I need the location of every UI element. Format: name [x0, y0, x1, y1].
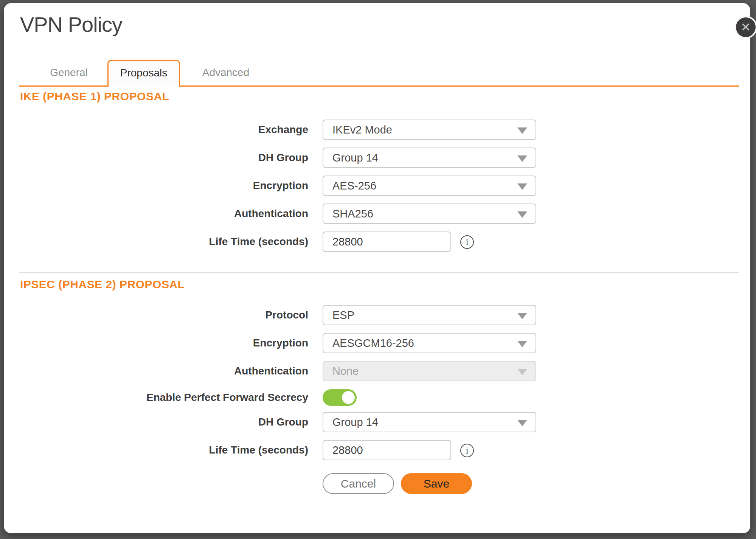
- vpn-policy-dialog: VPN Policy ✕ General Proposals Advanced …: [4, 3, 750, 533]
- info-icon[interactable]: i: [460, 444, 474, 457]
- info-icon[interactable]: i: [460, 235, 474, 249]
- page-title: VPN Policy: [20, 12, 122, 37]
- ike-dh-group-value: Group 14: [332, 152, 378, 164]
- chevron-down-icon: [517, 211, 527, 218]
- ike-encryption-value: AES-256: [332, 180, 376, 192]
- ipsec-authentication-dropdown-disabled: None: [323, 361, 536, 381]
- ike-dh-group-label: DH Group: [19, 148, 308, 168]
- ike-authentication-label: Authentication: [19, 203, 308, 224]
- chevron-down-icon: [517, 127, 527, 134]
- protocol-value: ESP: [332, 309, 354, 321]
- ipsec-dh-group-row: DH Group Group 14: [4, 412, 750, 432]
- pfs-toggle[interactable]: [323, 389, 357, 406]
- pfs-row: Enable Perfect Forward Secrecy: [4, 387, 750, 408]
- chevron-down-icon: [517, 155, 527, 162]
- ike-life-time-label: Life Time (seconds): [19, 231, 308, 252]
- ike-life-time-input[interactable]: [323, 231, 451, 252]
- ipsec-dh-group-label: DH Group: [19, 412, 308, 432]
- ike-life-time-row: Life Time (seconds) i: [4, 231, 750, 252]
- ipsec-dh-group-dropdown[interactable]: Group 14: [323, 412, 536, 432]
- section-divider: [19, 272, 739, 273]
- ipsec-authentication-row: Authentication None: [4, 361, 750, 381]
- tab-advanced[interactable]: Advanced: [192, 60, 260, 85]
- protocol-dropdown[interactable]: ESP: [323, 305, 536, 325]
- ike-dh-group-dropdown[interactable]: Group 14: [323, 148, 536, 168]
- exchange-label: Exchange: [19, 120, 308, 140]
- ike-authentication-row: Authentication SHA256: [4, 203, 750, 224]
- protocol-row: Protocol ESP: [4, 305, 750, 325]
- close-icon: ✕: [741, 20, 751, 34]
- chevron-down-icon: [517, 313, 527, 319]
- ike-encryption-dropdown[interactable]: AES-256: [323, 176, 536, 196]
- chevron-down-icon: [517, 420, 527, 426]
- ike-authentication-dropdown[interactable]: SHA256: [323, 203, 536, 224]
- chevron-down-icon: [517, 183, 527, 190]
- pfs-label: Enable Perfect Forward Secrecy: [19, 387, 308, 408]
- ipsec-encryption-label: Encryption: [19, 333, 308, 353]
- ipsec-encryption-row: Encryption AESGCM16-256: [4, 333, 750, 353]
- exchange-row: Exchange IKEv2 Mode: [4, 120, 750, 140]
- ipsec-life-time-label: Life Time (seconds): [19, 440, 308, 460]
- exchange-value: IKEv2 Mode: [332, 124, 392, 136]
- tab-general[interactable]: General: [39, 60, 99, 85]
- ipsec-life-time-input[interactable]: [323, 440, 451, 460]
- ipsec-encryption-value: AESGCM16-256: [332, 337, 414, 349]
- ipsec-section-title: IPSEC (PHASE 2) PROPOSAL: [20, 278, 185, 291]
- ike-section-title: IKE (PHASE 1) PROPOSAL: [20, 90, 169, 103]
- chevron-down-icon: [517, 341, 527, 347]
- ike-authentication-value: SHA256: [332, 208, 373, 220]
- ike-dh-group-row: DH Group Group 14: [4, 148, 750, 168]
- chevron-down-icon: [517, 369, 527, 375]
- save-button[interactable]: Save: [401, 473, 472, 494]
- close-button[interactable]: ✕: [734, 16, 756, 39]
- exchange-dropdown[interactable]: IKEv2 Mode: [323, 120, 536, 140]
- ike-encryption-row: Encryption AES-256: [4, 176, 750, 196]
- pfs-toggle-knob: [342, 391, 355, 404]
- ipsec-encryption-dropdown[interactable]: AESGCM16-256: [323, 333, 536, 353]
- ike-encryption-label: Encryption: [19, 176, 308, 196]
- tab-proposals[interactable]: Proposals: [107, 60, 180, 87]
- ipsec-authentication-value: None: [332, 365, 359, 377]
- ipsec-dh-group-value: Group 14: [332, 416, 378, 428]
- ipsec-authentication-label: Authentication: [19, 361, 308, 381]
- protocol-label: Protocol: [19, 305, 308, 325]
- ipsec-life-time-row: Life Time (seconds) i: [4, 440, 750, 460]
- cancel-button[interactable]: Cancel: [323, 473, 394, 494]
